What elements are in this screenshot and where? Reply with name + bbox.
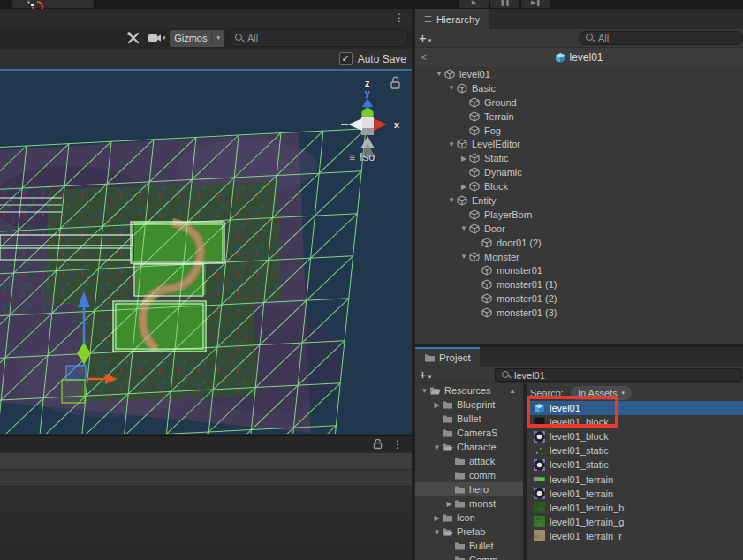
axis-cone-x[interactable] [374, 118, 387, 131]
orientation-gizmo[interactable]: z y x [341, 78, 400, 157]
asset-result-level01-static[interactable]: level01_static [527, 443, 743, 458]
gizmos-dropdown[interactable]: Gizmos ▾ [170, 30, 224, 47]
create-menu-button[interactable]: + ▾ [419, 32, 431, 44]
project-folder-attack[interactable]: attack [415, 454, 523, 468]
scene-viewport[interactable]: z y x [0, 69, 412, 434]
asset-label: level01_static [550, 445, 609, 456]
play-button[interactable]: ▶ [459, 0, 489, 8]
axis-cone-left[interactable] [348, 118, 362, 131]
version-control-button[interactable]: + [12, 0, 94, 8]
breadcrumb-label: level01 [569, 51, 603, 64]
foldout-expanded-icon[interactable]: ▼ [432, 528, 442, 536]
create-asset-button[interactable]: + ▾ [419, 368, 431, 381]
item-label: Fog [484, 125, 501, 136]
step-button[interactable]: ▶❚ [521, 0, 550, 8]
project-folder-comm[interactable]: comm [415, 468, 523, 482]
asset-result-level01-terrain[interactable]: level01_terrain [527, 487, 743, 501]
asset-result-level01-terrain-r[interactable]: level01_terrain_r [527, 529, 743, 543]
project-folder-characte[interactable]: ▼Characte [415, 440, 523, 454]
foldout-expanded-icon[interactable]: ▼ [420, 387, 429, 395]
project-folder-monst[interactable]: ▶monst [415, 496, 523, 511]
camera-view-button[interactable]: ▾ [147, 30, 166, 46]
scroll-up-icon[interactable]: ▲ [509, 387, 516, 395]
texture-darkgreen-icon [534, 502, 547, 513]
hierarchy-item-level01[interactable]: ▼level01 [415, 67, 743, 81]
hierarchy-search-input[interactable] [598, 33, 736, 43]
breadcrumb[interactable]: level01 [555, 51, 603, 64]
project-folder-bullet[interactable]: Bullet [415, 539, 523, 553]
panel-menu-icon[interactable]: ⋮ [392, 439, 403, 450]
hierarchy-item-playerborn[interactable]: PlayerBorn [415, 208, 743, 222]
foldout-expanded-icon[interactable]: ▼ [459, 224, 469, 232]
project-folder-blueprint[interactable]: ▶Blueprint [415, 397, 523, 412]
hierarchy-item-monster01-1[interactable]: monster01 (1) [415, 277, 743, 291]
hierarchy-item-monster[interactable]: ▼Monster [415, 250, 743, 264]
hierarchy-item-basic[interactable]: ▼Basic [415, 81, 743, 95]
scene-search-field[interactable] [228, 29, 408, 47]
foldout-collapsed-icon[interactable]: ▶ [459, 183, 469, 191]
lock-icon[interactable] [391, 77, 399, 88]
hierarchy-item-door01-2[interactable]: door01 (2) [415, 236, 743, 250]
foldout-expanded-icon[interactable]: ▼ [446, 84, 457, 92]
collapsed-row-2[interactable] [0, 470, 412, 487]
tab-project[interactable]: Project [415, 347, 480, 367]
hierarchy-item-monster01-2[interactable]: monster01 (2) [415, 291, 743, 306]
auto-save-label: Auto Save [358, 53, 406, 65]
foldout-expanded-icon[interactable]: ▼ [434, 70, 444, 78]
iso-projection-toggle[interactable]: ≡ Iso [349, 150, 375, 163]
foldout-collapsed-icon[interactable]: ▶ [432, 401, 442, 409]
project-folder-icon[interactable]: ▶Icon [415, 511, 523, 525]
foldout-collapsed-icon[interactable]: ▶ [459, 155, 469, 163]
hierarchy-item-dynamic[interactable]: Dynamic [415, 165, 743, 179]
hierarchy-item-door[interactable]: ▼Door [415, 222, 743, 236]
item-label: monster01 (1) [497, 279, 557, 290]
asset-result-level01-block[interactable]: level01_block [527, 429, 743, 443]
prefab-cube-icon [555, 52, 565, 63]
hierarchy-item-monster01[interactable]: monster01 [415, 263, 743, 277]
asset-result-level01-static[interactable]: level01_static [527, 458, 743, 472]
hierarchy-item-block[interactable]: ▶Block [415, 179, 743, 193]
foldout-expanded-icon[interactable]: ▼ [432, 443, 442, 451]
panel-menu-icon[interactable]: ⋮ [394, 12, 405, 23]
foldout-collapsed-icon[interactable]: ▶ [432, 514, 442, 522]
tab-hierarchy[interactable]: ☰ Hierarchy [415, 9, 489, 29]
hierarchy-item-leveleditor[interactable]: ▼LevelEditor [415, 137, 743, 151]
back-icon[interactable]: < [421, 51, 427, 64]
foldout-expanded-icon[interactable]: ▼ [459, 253, 469, 261]
prefab-variant-icon [534, 459, 547, 471]
project-folder-cameras[interactable]: CameraS [415, 426, 523, 440]
asset-label: level01_terrain [550, 474, 613, 485]
project-folder-hero[interactable]: hero [415, 482, 523, 496]
hierarchy-item-terrain[interactable]: Terrain [415, 110, 743, 124]
hierarchy-item-monster01-3[interactable]: monster01 (3) [415, 306, 743, 320]
unlock-icon[interactable] [373, 438, 383, 450]
asset-result-level01-terrain-g[interactable]: level01_terrain_g [527, 515, 743, 529]
gameobject-cube-icon [469, 209, 481, 220]
foldout-expanded-icon[interactable]: ▼ [446, 196, 457, 204]
asset-label: level01_terrain_b [550, 503, 624, 513]
hierarchy-item-fog[interactable]: Fog [415, 124, 743, 138]
tools-overlay-icon[interactable] [124, 30, 143, 46]
pause-button[interactable]: ❚❚ [490, 0, 519, 8]
project-search-field[interactable] [495, 368, 742, 382]
project-folder-resources[interactable]: ▼Resources [415, 383, 523, 397]
hierarchy-item-static[interactable]: ▶Static [415, 151, 743, 165]
scene-search-input[interactable] [247, 33, 401, 43]
play-icon: ▶ [472, 0, 476, 5]
asset-result-level01-terrain[interactable]: level01_terrain [527, 472, 743, 486]
hierarchy-item-entity[interactable]: ▼Entity [415, 193, 743, 208]
right-column: ☰ Hierarchy + ▾ < level01 ▼level01▼Basic… [415, 9, 743, 560]
hierarchy-item-ground[interactable]: Ground [415, 95, 743, 110]
foldout-expanded-icon[interactable]: ▼ [446, 140, 457, 148]
project-folder-comm[interactable]: Comm [415, 553, 523, 560]
project-folder-bullet[interactable]: Bullet [415, 412, 523, 426]
gameobject-cube-icon [481, 293, 493, 304]
asset-result-level01-terrain-b[interactable]: level01_terrain_b [527, 501, 743, 515]
folder-label: monst [469, 498, 496, 509]
foldout-collapsed-icon[interactable]: ▶ [444, 500, 454, 508]
project-search-input[interactable] [514, 370, 735, 381]
collapsed-row-1[interactable] [0, 453, 412, 470]
auto-save-checkbox[interactable]: ✓ [339, 52, 353, 65]
hierarchy-search-field[interactable] [579, 31, 743, 45]
project-folder-prefab[interactable]: ▼Prefab [415, 525, 523, 539]
